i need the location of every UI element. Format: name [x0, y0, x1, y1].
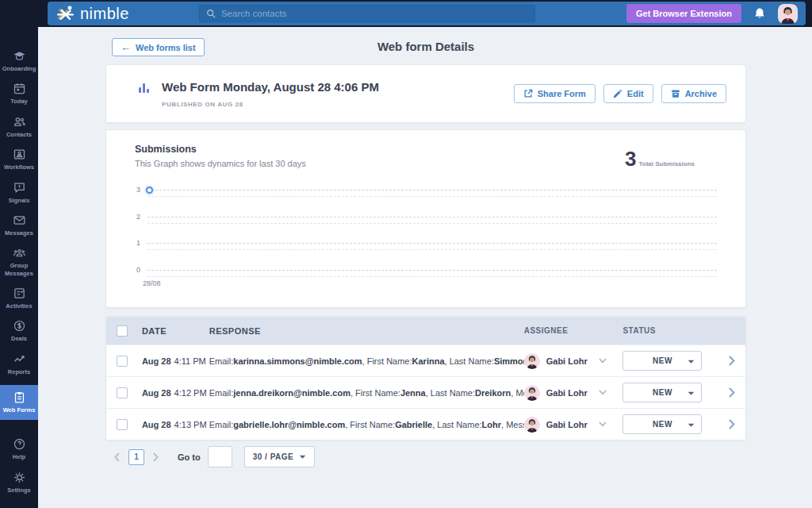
nimble-logo[interactable]: nimble	[56, 4, 129, 23]
question-circle-icon	[13, 437, 26, 451]
sidebar-item-group-messages[interactable]: Group Messages	[0, 246, 38, 277]
assignee-name: Gabi Lohr	[546, 420, 588, 429]
row-assignee[interactable]: Gabi Lohr	[524, 353, 623, 369]
envelope-icon	[13, 214, 26, 227]
submissions-table: DATE RESPONSE ASSIGNEE STATUS Aug 28 4:1…	[105, 316, 746, 441]
total-submissions: 3 Total Submissions	[625, 144, 717, 168]
select-all-checkbox[interactable]	[117, 325, 128, 337]
row-response: Email: karinna.simmons@nimble.com, First…	[209, 356, 524, 366]
sidebar-item-help[interactable]: Help	[0, 437, 38, 460]
share-form-button[interactable]: Share Form	[514, 84, 596, 103]
submissions-chart: 321028/08	[135, 190, 717, 297]
sidebar-item-contacts[interactable]: Contacts	[0, 115, 38, 138]
submissions-subtitle: This Graph shows dynamics for last 30 da…	[135, 159, 306, 168]
notifications-bell-icon[interactable]	[753, 6, 766, 21]
submissions-card: Submissions This Graph shows dynamics fo…	[105, 129, 746, 308]
row-checkbox[interactable]	[117, 356, 128, 367]
goto-page-input[interactable]	[208, 446, 232, 468]
y-axis-tick: 2	[136, 213, 140, 221]
calendar-icon	[13, 82, 26, 95]
row-date: Aug 28 4:13 PM	[142, 420, 209, 429]
sidebar-item-label: Signals	[9, 197, 30, 204]
status-value: NEW	[653, 388, 672, 397]
sidebar-item-web-forms[interactable]: Web Forms	[0, 385, 38, 419]
status-dropdown[interactable]: NEW	[622, 351, 702, 371]
assignee-name: Gabi Lohr	[546, 388, 588, 398]
previous-page-chevron-icon[interactable]	[113, 452, 121, 462]
sidebar-item-activities[interactable]: Activities	[0, 287, 38, 310]
assignee-avatar	[524, 385, 540, 401]
row-checkbox[interactable]	[117, 387, 128, 398]
chevron-right-icon[interactable]	[729, 419, 735, 429]
sidebar-item-settings[interactable]: Settings	[0, 471, 38, 494]
gridline-row: 1	[135, 243, 717, 252]
share-icon	[523, 89, 533, 98]
assignee-column-header: ASSIGNEE	[524, 326, 623, 335]
chevron-right-icon[interactable]	[729, 387, 735, 398]
user-avatar[interactable]	[778, 4, 798, 24]
page-number-button[interactable]: 1	[128, 449, 144, 465]
sidebar-item-messages[interactable]: Messages	[0, 214, 38, 237]
table-row[interactable]: Aug 28 4:11 PMEmail: karinna.simmons@nim…	[106, 344, 745, 376]
clipboard-icon	[13, 391, 26, 404]
gridline-row: 3	[135, 190, 717, 199]
date-column-header: DATE	[142, 326, 209, 336]
search-bar[interactable]	[199, 5, 535, 22]
chevron-down-icon[interactable]	[599, 390, 607, 395]
row-date: Aug 28 4:12 PM	[142, 388, 209, 398]
contacts-icon	[13, 115, 26, 129]
status-column-header: STATUS	[622, 326, 718, 335]
chevron-down-icon[interactable]	[599, 421, 607, 427]
archive-icon	[671, 89, 680, 98]
sidebar-item-label: Help	[13, 453, 25, 460]
table-header-row: DATE RESPONSE ASSIGNEE STATUS	[106, 317, 745, 344]
sidebar-item-signals[interactable]: Signals	[0, 181, 38, 204]
chevron-down-icon[interactable]	[599, 358, 607, 364]
submissions-title: Submissions	[135, 144, 306, 155]
sidebar-item-label: Workflows	[4, 164, 34, 171]
top-header: nimble Get Browser Extension	[38, 0, 812, 27]
archive-button[interactable]: Archive	[661, 84, 726, 103]
sidebar-item-today[interactable]: Today	[0, 82, 38, 105]
row-response: Email: gabrielle.lohr@nimble.com, First …	[209, 420, 524, 429]
y-axis-tick: 3	[136, 186, 140, 194]
id-card-icon	[13, 148, 26, 161]
search-icon	[206, 9, 216, 18]
web-form-header-card: Web Form Monday, August 28 4:06 PM PUBLI…	[105, 64, 746, 123]
sidebar-item-workflows[interactable]: Workflows	[0, 148, 38, 171]
sidebar-item-label: Contacts	[6, 131, 32, 138]
sidebar-item-reports[interactable]: Reports	[0, 352, 38, 375]
sidebar-item-label: Reports	[8, 368, 30, 375]
line-chart-icon	[13, 352, 26, 366]
row-response: Email: jenna.dreikorn@nimble.com, First …	[209, 388, 524, 398]
row-assignee[interactable]: Gabi Lohr	[524, 385, 623, 401]
data-point	[146, 187, 153, 194]
sidebar-item-label: Today	[10, 98, 28, 105]
next-page-chevron-icon[interactable]	[151, 452, 159, 462]
status-value: NEW	[653, 420, 672, 429]
pencil-icon	[613, 89, 622, 98]
row-assignee[interactable]: Gabi Lohr	[524, 417, 623, 433]
sidebar-item-onboarding[interactable]: Onboarding	[0, 49, 38, 72]
status-dropdown[interactable]: NEW	[622, 383, 702, 402]
row-checkbox[interactable]	[117, 419, 128, 430]
table-row[interactable]: Aug 28 4:12 PMEmail: jenna.dreikorn@nimb…	[106, 376, 745, 408]
get-browser-extension-button[interactable]: Get Browser Extension	[626, 4, 741, 23]
dollar-coin-icon	[13, 319, 26, 333]
chevron-right-icon[interactable]	[729, 356, 735, 366]
back-to-web-forms-list-button[interactable]: ← Web forms list	[112, 38, 205, 56]
graduation-cap-icon	[13, 49, 26, 63]
page-size-dropdown[interactable]: 30 / PAGE	[244, 446, 316, 468]
assignee-avatar	[524, 353, 540, 369]
sidebar: OnboardingTodayContactsWorkflowsSignalsM…	[0, 0, 38, 508]
gridline-row: 2	[135, 217, 717, 226]
caret-down-icon	[688, 360, 695, 364]
table-row[interactable]: Aug 28 4:13 PMEmail: gabrielle.lohr@nimb…	[106, 408, 745, 440]
total-submissions-value: 3	[625, 150, 636, 168]
search-input[interactable]	[221, 9, 528, 18]
status-dropdown[interactable]: NEW	[622, 414, 702, 434]
sidebar-item-label: Messages	[5, 229, 33, 237]
edit-button[interactable]: Edit	[603, 84, 653, 103]
sidebar-item-label: Group Messages	[0, 262, 38, 277]
sidebar-item-deals[interactable]: Deals	[0, 319, 38, 342]
